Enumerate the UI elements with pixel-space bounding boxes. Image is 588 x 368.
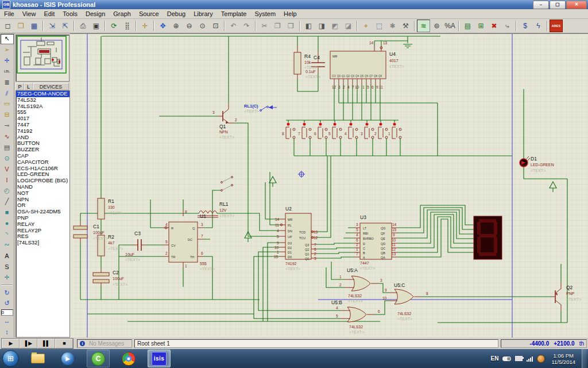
electrical-rule-check-icon[interactable]: ϟ bbox=[532, 20, 545, 32]
2d-text-tool[interactable]: A bbox=[1, 251, 14, 261]
paste-icon[interactable]: ❒ bbox=[284, 20, 297, 32]
ic-u2-74192[interactable] bbox=[280, 213, 317, 259]
component-mode-tool[interactable]: ➢ bbox=[1, 45, 14, 55]
toggle-grid-icon[interactable]: ⣿ bbox=[121, 20, 134, 32]
print-icon[interactable]: ⎙ bbox=[76, 20, 90, 32]
mark-output-area-icon[interactable]: ▣ bbox=[90, 20, 103, 32]
hidden-icons-toggle[interactable] bbox=[502, 356, 511, 361]
tape-recorder-tool[interactable]: ▤ bbox=[1, 142, 14, 152]
subcircuit-tool[interactable]: ▭ bbox=[1, 99, 14, 109]
overview-minimap[interactable] bbox=[16, 34, 69, 82]
block-rotate-icon[interactable]: ◩ bbox=[328, 20, 342, 32]
voltage-probe-tool[interactable]: V bbox=[1, 164, 14, 174]
zoom-in-icon[interactable]: ⊕ bbox=[169, 20, 183, 32]
taskbar-coc-coc-browser[interactable]: C bbox=[87, 350, 110, 367]
taskbar-isis[interactable]: isis bbox=[148, 350, 171, 367]
play-button[interactable]: ▶ bbox=[2, 339, 20, 348]
network-signal-icon[interactable] bbox=[527, 356, 533, 362]
menu-template[interactable]: Template bbox=[217, 10, 251, 18]
device-item[interactable]: [74LS32] bbox=[16, 240, 69, 246]
menu-help[interactable]: Help bbox=[280, 10, 301, 18]
block-move-icon[interactable]: ◨ bbox=[315, 20, 328, 32]
make-device-icon[interactable]: ⬚ bbox=[373, 20, 386, 32]
terminals-tool[interactable]: ⊟ bbox=[1, 110, 14, 120]
flip-horizontal-tool[interactable]: ↔ bbox=[1, 316, 14, 326]
flip-vertical-tool[interactable]: ↕ bbox=[1, 327, 14, 337]
start-button[interactable]: ⊞ bbox=[2, 350, 19, 367]
search-tag-icon[interactable]: ⊚ bbox=[430, 20, 443, 32]
pick-device-icon[interactable]: ⌖ bbox=[359, 20, 373, 32]
generator-mode-tool[interactable]: ⊙ bbox=[1, 153, 14, 163]
menu-view[interactable]: View bbox=[18, 10, 40, 18]
2d-closed-path-tool[interactable]: ∾ bbox=[1, 240, 14, 250]
2d-box-tool[interactable]: ■ bbox=[1, 208, 14, 218]
new-sheet-icon[interactable]: ⊞ bbox=[474, 20, 488, 32]
export-section-icon[interactable]: ⇱ bbox=[59, 20, 72, 32]
menu-source[interactable]: Source bbox=[135, 10, 163, 18]
2d-symbols-tool[interactable]: S bbox=[1, 262, 14, 272]
library-button[interactable]: L bbox=[24, 83, 33, 90]
2d-circle-tool[interactable]: ● bbox=[1, 218, 14, 228]
device-item[interactable]: RELAY bbox=[16, 221, 69, 228]
redo-icon[interactable]: ↷ bbox=[240, 20, 253, 32]
graph-mode-tool[interactable]: ∿ bbox=[1, 132, 14, 142]
device-pins-tool[interactable]: ⊸ bbox=[1, 121, 14, 131]
menu-edit[interactable]: Edit bbox=[40, 10, 59, 18]
close-button[interactable]: ✕ bbox=[566, 1, 587, 9]
junction-dot-tool[interactable]: ✛ bbox=[1, 56, 14, 66]
wire-autorouter-icon[interactable]: ≋ bbox=[417, 20, 430, 32]
current-probe-tool[interactable]: I bbox=[1, 175, 14, 185]
bill-of-materials-icon[interactable]: $ bbox=[519, 20, 532, 32]
wire-label-tool[interactable]: LBL bbox=[1, 67, 14, 77]
language-indicator[interactable]: EN bbox=[491, 355, 499, 362]
menu-library[interactable]: Library bbox=[189, 10, 217, 18]
false-origin-icon[interactable]: ✛ bbox=[138, 20, 152, 32]
rotation-angle-input[interactable] bbox=[1, 309, 13, 316]
rotate-clockwise-tool[interactable]: ↻ bbox=[1, 288, 14, 298]
zoom-area-icon[interactable]: ⊡ bbox=[209, 20, 222, 32]
seven-segment-display[interactable] bbox=[474, 216, 502, 259]
redraw-display-icon[interactable]: ⟳ bbox=[107, 20, 121, 32]
device-item[interactable]: CAPACITOR bbox=[16, 159, 69, 166]
cut-icon[interactable]: ✂ bbox=[258, 20, 271, 32]
ic-u4-4017[interactable] bbox=[330, 45, 386, 85]
remove-sheet-icon[interactable]: ✖ bbox=[488, 20, 501, 32]
rotate-anticlockwise-tool[interactable]: ↺ bbox=[1, 298, 14, 309]
undo-icon[interactable]: ↶ bbox=[227, 20, 240, 32]
pan-icon[interactable]: ✥ bbox=[156, 20, 169, 32]
buses-tool[interactable]: ⫽ bbox=[1, 88, 14, 98]
decompose-icon[interactable]: ⚒ bbox=[399, 20, 412, 32]
text-script-tool[interactable]: ≣ bbox=[1, 77, 14, 87]
minimize-button[interactable]: – bbox=[533, 1, 549, 9]
menu-debug[interactable]: Debug bbox=[163, 10, 189, 18]
goto-sheet-icon[interactable]: ⤷ bbox=[501, 20, 514, 32]
taskbar-clock[interactable]: 1:06 PM 11/5/2014 bbox=[551, 352, 575, 365]
property-assignment-icon[interactable]: %A bbox=[443, 20, 457, 32]
netlist-to-ares-icon[interactable]: ARES bbox=[550, 20, 563, 32]
taskbar-media-player[interactable]: ▶ bbox=[57, 350, 79, 367]
selection-pointer-tool[interactable]: ↖ bbox=[1, 34, 14, 44]
step-button[interactable]: ▌▶ bbox=[20, 339, 37, 348]
packaging-tool-icon[interactable]: ✱ bbox=[386, 20, 399, 32]
menu-design[interactable]: Design bbox=[82, 10, 109, 18]
menu-graph[interactable]: Graph bbox=[109, 10, 135, 18]
menu-tools[interactable]: Tools bbox=[59, 10, 82, 18]
block-copy-icon[interactable]: ◧ bbox=[302, 20, 315, 32]
taskbar-chrome[interactable] bbox=[118, 350, 140, 367]
show-desktop-button[interactable] bbox=[582, 349, 587, 368]
block-delete-icon[interactable]: ◪ bbox=[342, 20, 355, 32]
resistor-r1[interactable] bbox=[98, 198, 105, 219]
menu-system[interactable]: System bbox=[250, 10, 280, 18]
new-design-icon[interactable]: ◻ bbox=[1, 20, 14, 32]
2d-arc-tool[interactable]: ◝ bbox=[1, 229, 14, 239]
device-item[interactable]: 74LS32 bbox=[16, 97, 69, 103]
device-item[interactable]: NOT bbox=[16, 190, 69, 197]
copy-icon[interactable]: ❐ bbox=[271, 20, 284, 32]
import-section-icon[interactable]: ⇲ bbox=[45, 20, 59, 32]
maximize-button[interactable]: ▢ bbox=[550, 1, 566, 9]
stop-button[interactable]: ■ bbox=[55, 339, 73, 348]
pause-button[interactable]: ▌▌ bbox=[37, 339, 55, 348]
schematic-svg[interactable]: R410k<TEXT>C40.1uF<TEXT>U44017<TEXT>MRCO… bbox=[70, 34, 588, 338]
schematic-canvas[interactable]: R410k<TEXT>C40.1uF<TEXT>U44017<TEXT>MRCO… bbox=[70, 33, 588, 338]
2d-markers-tool[interactable]: ✛ bbox=[1, 273, 14, 283]
